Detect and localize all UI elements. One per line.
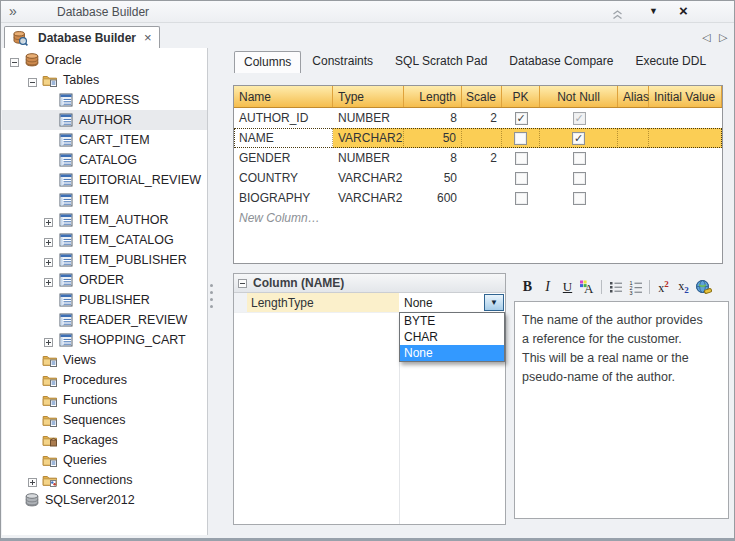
not-null-checkbox[interactable]	[573, 172, 586, 185]
tree-item-tables[interactable]: Tables	[2, 70, 207, 90]
pk-checkbox[interactable]	[515, 152, 528, 165]
minus-expander-icon[interactable]	[10, 56, 19, 65]
cell-type[interactable]: VARCHAR2	[333, 128, 404, 148]
cell-type[interactable]: VARCHAR2	[333, 168, 404, 188]
cell-initial-value[interactable]	[649, 108, 722, 128]
cell-alias[interactable]	[618, 128, 649, 148]
table-row-biography[interactable]: BIOGRAPHYVARCHAR2600	[234, 188, 722, 208]
cell-type[interactable]: VARCHAR2	[333, 188, 404, 208]
column-header-length[interactable]: Length	[404, 86, 462, 107]
tree-item-editorial-review[interactable]: EDITORIAL_REVIEW	[2, 170, 207, 190]
cell-pk[interactable]: ✓	[502, 108, 540, 128]
tree-item-shopping-cart[interactable]: SHOPPING_CART	[2, 330, 207, 350]
pk-checkbox[interactable]	[515, 172, 528, 185]
cell-name[interactable]: AUTHOR_ID	[234, 108, 333, 128]
underline-icon[interactable]: U	[558, 278, 577, 297]
tree-item-views[interactable]: Views	[2, 350, 207, 370]
tree-item-order[interactable]: ORDER	[2, 270, 207, 290]
bullet-list-icon[interactable]	[606, 278, 625, 297]
dropdown-option-char[interactable]: CHAR	[400, 329, 504, 345]
tree-item-address[interactable]: ADDRESS	[2, 90, 207, 110]
tree-item-sqlserver2012[interactable]: SQLServer2012	[2, 490, 207, 510]
tree-item-procedures[interactable]: Procedures	[2, 370, 207, 390]
column-header-name[interactable]: Name	[234, 86, 333, 107]
cell-pk[interactable]	[502, 188, 540, 208]
tree-item-item[interactable]: ITEM	[2, 190, 207, 210]
property-group-header[interactable]: Column (NAME)	[234, 274, 505, 293]
cell-name[interactable]: NAME	[234, 128, 333, 148]
tree-item-sequences[interactable]: Sequences	[2, 410, 207, 430]
pk-checkbox[interactable]: ✓	[515, 112, 528, 125]
table-row-name[interactable]: NAMEVARCHAR250✓	[234, 128, 722, 148]
cell-initial-value[interactable]	[649, 128, 722, 148]
cell-alias[interactable]	[618, 188, 649, 208]
tab-scroll-left-icon[interactable]: ◁	[702, 31, 710, 44]
superscript-icon[interactable]: x2	[654, 278, 673, 297]
tree-item-functions[interactable]: Functions	[2, 390, 207, 410]
plus-expander-icon[interactable]	[28, 476, 37, 485]
cell-not-null[interactable]	[540, 168, 618, 188]
tab-columns[interactable]: Columns	[234, 51, 301, 73]
plus-expander-icon[interactable]	[44, 336, 53, 345]
cell-pk[interactable]	[502, 148, 540, 168]
table-row-country[interactable]: COUNTRYVARCHAR250	[234, 168, 722, 188]
cell-scale[interactable]: 2	[462, 108, 502, 128]
plus-expander-icon[interactable]	[44, 216, 53, 225]
pane-splitter[interactable]	[210, 284, 213, 312]
plus-expander-icon[interactable]	[44, 256, 53, 265]
new-column-row[interactable]: New Column…	[234, 208, 722, 228]
collapse-minus-icon[interactable]	[238, 279, 247, 288]
tree-item-item-publisher[interactable]: ITEM_PUBLISHER	[2, 250, 207, 270]
tab-execute-ddl[interactable]: Execute DDL	[624, 51, 717, 73]
new-column-label[interactable]: New Column…	[234, 208, 434, 228]
subscript-icon[interactable]: x2	[674, 278, 693, 297]
column-header-initial-value[interactable]: Initial Value	[649, 86, 722, 107]
notes-text[interactable]: The name of the author provides a refere…	[514, 301, 729, 519]
cell-not-null[interactable]: ✓	[540, 128, 618, 148]
cell-length[interactable]: 8	[404, 108, 462, 128]
tree-item-queries[interactable]: Queries	[2, 450, 207, 470]
cell-alias[interactable]	[618, 108, 649, 128]
numbered-list-icon[interactable]: 123	[626, 278, 645, 297]
cell-alias[interactable]	[618, 168, 649, 188]
table-row-author-id[interactable]: AUTHOR_IDNUMBER82✓✓	[234, 108, 722, 128]
cell-name[interactable]: BIOGRAPHY	[234, 188, 333, 208]
column-header-pk[interactable]: PK	[502, 86, 540, 107]
column-header-alias[interactable]: Alias	[618, 86, 649, 107]
auto-hide-pin-icon[interactable]	[611, 6, 624, 24]
cell-name[interactable]: COUNTRY	[234, 168, 333, 188]
tree-item-packages[interactable]: Packages	[2, 430, 207, 450]
cell-pk[interactable]	[502, 168, 540, 188]
cell-initial-value[interactable]	[649, 148, 722, 168]
cell-type[interactable]: NUMBER	[333, 148, 404, 168]
tree-item-reader-review[interactable]: READER_REVIEW	[2, 310, 207, 330]
dropdown-option-none[interactable]: None	[400, 345, 504, 361]
cell-length[interactable]: 8	[404, 148, 462, 168]
minus-expander-icon[interactable]	[28, 76, 37, 85]
property-name[interactable]: LengthType	[247, 293, 399, 312]
property-value-dropdown[interactable]: None ▼	[399, 293, 505, 312]
font-color-icon[interactable]: A	[578, 278, 597, 297]
dropdown-option-byte[interactable]: BYTE	[400, 313, 504, 329]
tree-item-oracle[interactable]: Oracle	[2, 50, 207, 70]
dropdown-arrow-icon[interactable]: ▼	[484, 294, 504, 311]
cell-alias[interactable]	[618, 148, 649, 168]
cell-not-null[interactable]	[540, 188, 618, 208]
cell-length[interactable]: 600	[404, 188, 462, 208]
close-icon[interactable]: ×	[679, 2, 688, 19]
cell-not-null[interactable]	[540, 148, 618, 168]
tree-item-author[interactable]: AUTHOR	[2, 110, 207, 130]
cell-scale[interactable]: 2	[462, 148, 502, 168]
tab-database-builder[interactable]: Database Builder ×	[4, 26, 160, 48]
window-menu-dropdown-icon[interactable]: ▼	[649, 6, 658, 16]
expand-chevrons-icon[interactable]: »	[9, 3, 17, 19]
tree-item-cart-item[interactable]: CART_ITEM	[2, 130, 207, 150]
not-null-checkbox[interactable]	[573, 152, 586, 165]
cell-initial-value[interactable]	[649, 188, 722, 208]
cell-not-null[interactable]: ✓	[540, 108, 618, 128]
tree-item-connections[interactable]: Connections	[2, 470, 207, 490]
cell-scale[interactable]	[462, 128, 502, 148]
plus-expander-icon[interactable]	[44, 236, 53, 245]
hyperlink-icon[interactable]	[694, 278, 713, 297]
tree-item-item-author[interactable]: ITEM_AUTHOR	[2, 210, 207, 230]
